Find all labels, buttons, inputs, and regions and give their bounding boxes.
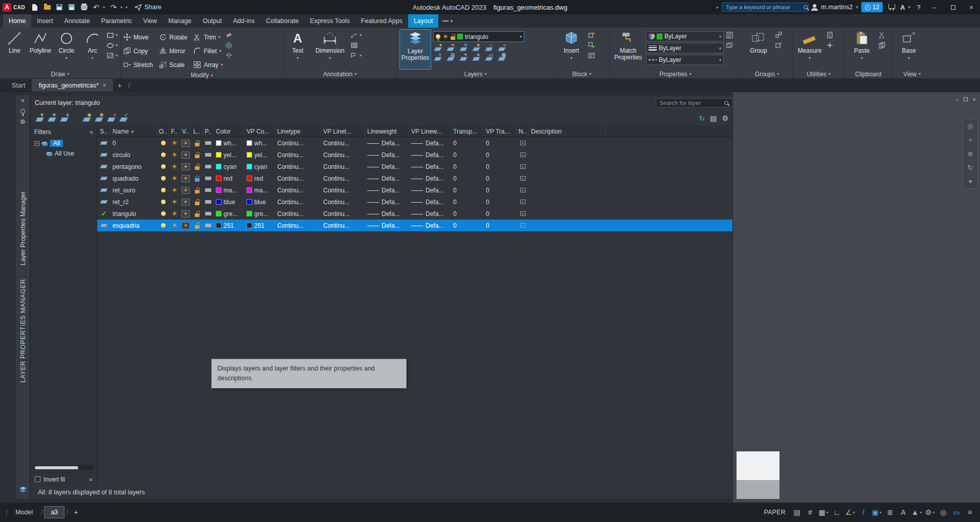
layer-on-toggle[interactable] — [158, 176, 169, 181]
orbit-button[interactable]: ↻ — [968, 164, 973, 171]
layer-vp-linetype[interactable]: Continu... — [321, 151, 365, 159]
isolate-objects-toggle[interactable]: ◎ — [937, 506, 949, 518]
model-tab[interactable]: Model — [9, 506, 39, 518]
layer-on-toggle[interactable] — [158, 188, 169, 192]
layer-vp-linetype[interactable]: Continu... — [321, 187, 365, 194]
new-file-button[interactable] — [29, 2, 40, 13]
layer-row-circulo[interactable]: circulo ☀ ☀ yel... yel... Continu... Con… — [97, 149, 732, 161]
layer-on-toggle[interactable] — [158, 164, 169, 169]
layer-linetype[interactable]: Continu... — [275, 140, 321, 147]
layer-unisolate-button[interactable]: ☀ — [433, 54, 442, 61]
share-button[interactable]: Share — [135, 4, 161, 11]
search-icon[interactable] — [804, 5, 808, 9]
layer-vp-lineweight[interactable]: ——Defa... — [409, 222, 451, 229]
layer-new-vp-freeze[interactable] — [517, 223, 529, 228]
layer-name[interactable]: ret_r2 — [110, 199, 158, 206]
layer-color[interactable]: ma... — [214, 187, 244, 194]
layer-vp-linetype[interactable]: Continu... — [321, 140, 365, 147]
layer-plot-toggle[interactable] — [203, 200, 214, 204]
layer-lock-toggle[interactable] — [191, 199, 203, 205]
search-chevron-icon[interactable]: ▸ — [717, 5, 719, 10]
layer-name[interactable]: ret_ouro — [110, 187, 158, 194]
layer-row-esquadria[interactable]: esquadria ☀ ☀ 251 251 Continu... Continu… — [97, 220, 732, 231]
layer-vp-lineweight[interactable]: ——Defa... — [409, 151, 451, 159]
layer-row-pentagono[interactable]: pentagono ☀ ☀ cyan cyan Continu... Conti… — [97, 161, 732, 172]
layer-lineweight[interactable]: ——Defa... — [365, 210, 409, 217]
customization-menu-toggle[interactable]: ≡ — [964, 506, 976, 518]
window-minimize-button[interactable]: – — [927, 0, 942, 14]
panel-label-view[interactable]: View▾ — [892, 70, 932, 78]
layer-transparency[interactable]: 0 — [451, 151, 484, 159]
layer-vp-freeze-toggle[interactable]: ☀ — [180, 222, 191, 229]
layer-vp-lineweight[interactable]: ——Defa... — [409, 199, 451, 206]
layer-name[interactable]: esquadria — [110, 222, 158, 229]
col-vp-transparency[interactable]: VP Tra... — [484, 126, 517, 137]
stretch-button[interactable]: Stretch — [123, 61, 153, 69]
layer-lock-toggle[interactable] — [191, 176, 203, 182]
layer-vp-lineweight[interactable]: ——Defa... — [409, 140, 451, 147]
layer-search-icon[interactable] — [724, 101, 728, 105]
layer-linetype[interactable]: Continu... — [275, 222, 321, 229]
model-paper-toggle-toggle[interactable]: ▤ — [791, 506, 803, 518]
layer-isolate-button[interactable]: ☀ — [446, 44, 455, 52]
text-button[interactable]: A Text ▾ — [286, 29, 309, 70]
dimension-button[interactable]: Dimension ▾ — [311, 29, 348, 70]
zoom-button[interactable]: ⊕ — [968, 150, 973, 158]
ribbon-tab-parametric[interactable]: Parametric — [96, 14, 138, 28]
layer-on-toggle[interactable] — [158, 153, 169, 157]
match-properties-button[interactable]: Match Properties — [612, 29, 644, 70]
layer-vp-freeze-toggle[interactable]: ☀ — [180, 210, 191, 217]
layer-vp-freeze-toggle[interactable]: ☀ — [180, 199, 191, 206]
layer-make-current-button[interactable]: ✓ — [484, 44, 493, 52]
layer-vp-linetype[interactable]: Continu... — [321, 163, 365, 170]
keyword-search-input[interactable] — [722, 3, 809, 12]
graphics-performance-toggle[interactable]: ▭ — [950, 506, 963, 518]
layer-lineweight[interactable]: ——Defa... — [365, 199, 409, 206]
settings-button[interactable]: ⚙ — [722, 115, 728, 122]
qat-customize-dropdown[interactable]: ▾ — [125, 5, 129, 10]
layer-transparency[interactable]: 0 — [451, 187, 484, 194]
trim-button[interactable]: Trim▾ — [193, 33, 223, 41]
layer-transparency[interactable]: 0 — [451, 222, 484, 229]
erase-button[interactable] — [225, 31, 233, 39]
layer-vp-color[interactable]: yel... — [244, 151, 275, 159]
layer-vp-freeze-toggle[interactable]: ☀ — [180, 151, 191, 159]
plot-button[interactable] — [78, 2, 90, 13]
panel-label-block[interactable]: Block▾ — [554, 70, 609, 78]
window-maximize-button[interactable] — [945, 0, 961, 14]
user-menu-dropdown[interactable]: ▾ — [856, 5, 858, 10]
ribbon-tab-collaborate[interactable]: Collaborate — [260, 14, 304, 28]
layer-on-toggle[interactable] — [158, 223, 169, 228]
pan-button[interactable]: + — [968, 136, 972, 144]
fillet-button[interactable]: Fillet▾ — [193, 47, 223, 55]
offset-button[interactable] — [225, 41, 233, 49]
panel-label-clipboard[interactable]: Clipboard — [845, 70, 892, 78]
window-close-button[interactable]: × — [964, 0, 979, 14]
filter-tree-all-used[interactable]: All Use — [31, 148, 97, 159]
layer-new-vp-freeze[interactable] — [517, 164, 529, 169]
panel-label-modify[interactable]: Modify▾ — [121, 72, 283, 79]
layer-unlock-button[interactable]: ★ — [472, 54, 480, 61]
layer-lineweight[interactable]: ——Defa... — [365, 163, 409, 170]
layer-color[interactable]: wh... — [214, 140, 244, 147]
annotation-visibility-toggle[interactable]: A — [897, 506, 909, 518]
col-vp-freeze[interactable]: V.. — [180, 126, 191, 137]
layer-new-vp-freeze[interactable] — [517, 141, 529, 145]
new-drawing-tab-button[interactable]: + — [113, 79, 126, 92]
layer-freeze-toggle[interactable]: ☀ — [169, 175, 180, 182]
redo-dropdown[interactable]: ▾ — [120, 5, 124, 10]
rotate-button[interactable]: Rotate — [159, 33, 187, 41]
layer-vp-lineweight[interactable]: ——Defa... — [409, 210, 451, 217]
mirror-button[interactable]: Mirror — [159, 47, 187, 55]
layer-lock-toggle[interactable] — [191, 140, 203, 146]
id-point-button[interactable] — [826, 41, 834, 49]
layer-vp-transparency[interactable]: 0 — [484, 175, 517, 182]
layer-lock-toggle[interactable] — [191, 187, 203, 193]
ribbon-tab-output[interactable]: Output — [197, 14, 228, 28]
layer-freeze-toggle[interactable]: ☀ — [169, 163, 180, 170]
col-status[interactable]: S.. — [97, 126, 110, 137]
set-current-layer-button[interactable]: ✓ — [119, 114, 128, 122]
arc-button[interactable]: Arc ▾ — [80, 29, 104, 70]
layer-on-toggle[interactable] — [158, 211, 169, 216]
layer-vp-lineweight[interactable]: ——Defa... — [409, 175, 451, 182]
